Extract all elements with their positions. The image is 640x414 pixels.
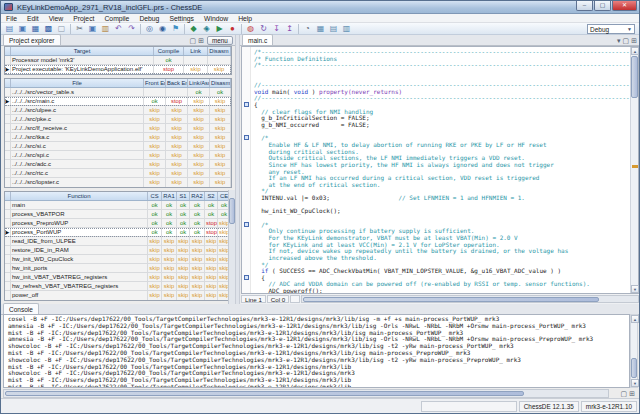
file-row[interactable]: ▶../../../src/main.cokstopskipskip xyxy=(5,97,231,106)
function-table-scrollbar[interactable] xyxy=(228,190,235,304)
step-into-icon[interactable]: ↧ xyxy=(271,23,282,34)
function-row[interactable]: power_offskipskipskipskipskipskip xyxy=(5,291,231,300)
open-project-icon[interactable]: ▣ xyxy=(17,23,28,34)
float-pane-icon[interactable]: ▢ xyxy=(623,36,630,45)
fold-marker-icon[interactable] xyxy=(244,222,249,227)
function-row[interactable]: hw_init_portsskipskipskipskipskipskip xyxy=(5,264,231,273)
file-row[interactable]: ../../../src/pke.cskipskipskipskip xyxy=(5,115,231,124)
status-cell: skip xyxy=(210,151,231,159)
redo-icon[interactable]: ↷ xyxy=(126,23,137,34)
function-row[interactable]: read_IDE_from_ULPEEskipskipskipskipskips… xyxy=(5,237,231,246)
new-file-icon[interactable]: ▤ xyxy=(4,23,15,34)
file-row[interactable]: ../../../src/vector_table.sokok xyxy=(5,88,231,97)
maximize-pane-icon[interactable]: ⊞ xyxy=(198,36,204,45)
function-row[interactable]: hw_init_WD_CpuClockskipskipskipskipskips… xyxy=(5,255,231,264)
find-next-icon[interactable]: ◉ xyxy=(157,23,168,34)
copy-icon[interactable]: ▣ xyxy=(87,23,98,34)
function-row[interactable]: process_VBATPORokokokokokok xyxy=(5,210,231,219)
status-cell: skip xyxy=(166,178,188,187)
file-row[interactable]: ../../../src/rtc.cskipskipskipskip xyxy=(5,169,231,178)
explorer-menu-button[interactable]: menu xyxy=(207,36,233,45)
status-cell: skip xyxy=(190,255,205,263)
maximize-pane-icon[interactable]: ⊞ xyxy=(631,36,637,45)
menu-item-help[interactable]: Help xyxy=(233,14,257,23)
target-row[interactable]: Processor model 'mrk3'ok xyxy=(5,56,231,65)
function-row[interactable]: ▶process_PortWUPokokokokstopskip xyxy=(5,228,231,237)
status-cell: skip xyxy=(188,124,210,132)
cut-icon[interactable]: ✂ xyxy=(74,23,85,34)
close-file-icon[interactable]: ▢ xyxy=(56,23,67,34)
close-button[interactable]: ✕ xyxy=(612,1,637,11)
file-row[interactable]: ../../../src/ulpee.cskipskipskipskip xyxy=(5,106,231,115)
fold-marker-icon[interactable] xyxy=(244,275,249,280)
menu-item-project[interactable]: Project xyxy=(68,14,99,23)
tab-main-c[interactable]: main.c xyxy=(242,34,273,45)
function-row[interactable]: hw_init_VBAT_VBATREG_registersskipskipsk… xyxy=(5,273,231,282)
run-icon[interactable]: ▶ xyxy=(214,23,225,34)
code-line: at the end of critical section. xyxy=(254,182,630,189)
fold-marker-icon[interactable] xyxy=(244,135,249,140)
file-row[interactable]: ../../../src/tka.cskipskipskipskip xyxy=(5,133,231,142)
menu-item-settings[interactable]: Settings xyxy=(164,14,199,23)
save-icon[interactable]: ▦ xyxy=(30,23,41,34)
step-out-icon[interactable]: ↥ xyxy=(284,23,295,34)
function-row[interactable]: restore_IDE_in_RAMskipskipskipskipskipsk… xyxy=(5,246,231,255)
editor-gutter[interactable] xyxy=(242,47,251,293)
menu-item-window[interactable]: Window xyxy=(199,14,233,23)
menu-item-debug[interactable]: Debug xyxy=(134,14,164,23)
stop-build-icon[interactable]: ● xyxy=(227,23,238,34)
build-icon[interactable]: ◈ xyxy=(201,23,212,34)
file-row[interactable]: ../../../src/spi.cskipskipskipskip xyxy=(5,151,231,160)
tab-console[interactable]: Console xyxy=(3,303,39,314)
undo-icon[interactable]: ↶ xyxy=(113,23,124,34)
file-row[interactable]: ../../../src/adc.cskipskipskipskip xyxy=(5,160,231,169)
restart-icon[interactable]: ↻ xyxy=(258,23,269,34)
function-row[interactable]: mainokokokokokok xyxy=(5,201,231,210)
column-header: Function xyxy=(11,192,148,200)
profile-view-icon[interactable]: ▥ xyxy=(341,23,352,34)
console-horizontal-scrollbar[interactable] xyxy=(3,389,609,398)
watch-icon[interactable]: ◔ xyxy=(302,23,313,34)
maximize-button[interactable]: ▢ xyxy=(594,1,611,11)
menu-item-compile[interactable]: Compile xyxy=(99,14,134,23)
configuration-select[interactable]: Debug ▼ xyxy=(587,24,635,34)
debug-icon[interactable]: ◍ xyxy=(245,23,256,34)
code-text-area[interactable]: /*--------------------------------------… xyxy=(251,47,630,293)
fold-marker-icon[interactable] xyxy=(244,102,249,107)
memory-view-icon[interactable]: ▦ xyxy=(315,23,326,34)
console-panel: Console cosel -B +F -IC:/Users/dep17622/… xyxy=(1,304,639,400)
float-pane-icon[interactable]: ▢ xyxy=(190,36,197,45)
target-row[interactable]: ▶Project executable: 'KEyLinkDemoApplica… xyxy=(5,65,231,74)
bookmark-icon[interactable]: ⚑ xyxy=(170,23,181,34)
tab-project-explorer[interactable]: Project explorer xyxy=(3,34,61,45)
find-icon[interactable]: ◎ xyxy=(144,23,155,34)
menu-item-file[interactable]: File xyxy=(1,14,22,23)
function-row[interactable]: process_PreproWUPokokokokstopskip xyxy=(5,219,231,228)
save-all-icon[interactable]: ▩ xyxy=(43,23,54,34)
minimize-button[interactable]: – xyxy=(576,1,593,11)
menu-item-view[interactable]: View xyxy=(44,14,69,23)
scroll-up-icon[interactable]: ▲ xyxy=(631,315,639,323)
registers-view-icon[interactable]: ▤ xyxy=(328,23,339,34)
file-row[interactable]: ../../../src/lopster.cskipskipskipskip xyxy=(5,178,231,187)
scroll-down-icon[interactable]: ▼ xyxy=(631,285,639,293)
console-vertical-scrollbar[interactable]: ▲ ▼ xyxy=(630,314,638,388)
console-output[interactable]: cosel -B +F -IC:/Users/dep17622/00_Tools… xyxy=(3,314,630,388)
menu-item-edit[interactable]: Edit xyxy=(22,14,44,23)
maximize-pane-icon[interactable]: ⊞ xyxy=(629,389,635,398)
scroll-up-icon[interactable]: ▲ xyxy=(631,47,639,55)
scroll-marker xyxy=(632,165,638,168)
file-row[interactable]: ../../../src/si.cskipskipskipskip xyxy=(5,142,231,151)
scroll-down-icon[interactable]: ▼ xyxy=(631,379,639,387)
editor-vertical-scrollbar[interactable]: ▲ ▼ xyxy=(630,47,638,293)
paste-icon[interactable]: ▥ xyxy=(100,23,111,34)
code-line: //--------------------------------------… xyxy=(254,95,630,102)
compile-icon[interactable]: ◆ xyxy=(188,23,199,34)
status-cell: skip xyxy=(188,178,210,187)
collapse-pane-icon[interactable]: ▾ xyxy=(617,36,621,45)
float-pane-icon[interactable]: ▢ xyxy=(621,389,628,398)
column-header: Compile xyxy=(154,47,184,55)
editor-horizontal-scrollbar[interactable] xyxy=(301,295,639,303)
function-row[interactable]: hw_refresh_VBAT_VBATREG_registersskipski… xyxy=(5,282,231,291)
file-row[interactable]: ../../../src/lf_receive.cskipskipskipski… xyxy=(5,124,231,133)
